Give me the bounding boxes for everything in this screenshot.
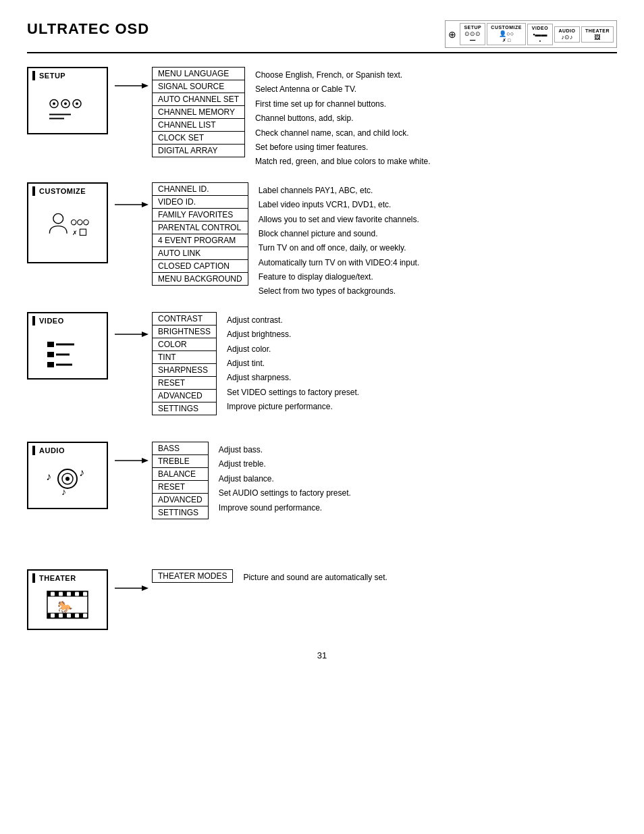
menu-item: AUTO LINK bbox=[153, 246, 248, 259]
theater-descriptions: Picture and sound are automatically set. bbox=[243, 569, 387, 584]
menu-item: BRIGHTNESS bbox=[153, 325, 217, 338]
description-item: Adjust sharpness. bbox=[227, 371, 359, 384]
video-arrow bbox=[115, 312, 149, 340]
menu-item: CHANNEL LIST bbox=[153, 119, 245, 132]
description-item: Picture and sound are automatically set. bbox=[243, 571, 387, 584]
description-item: Set VIDEO settings to factory preset. bbox=[227, 386, 359, 399]
nav-video: VIDEO ▪▬▬ ▪ bbox=[527, 24, 553, 45]
video-icon-box: VIDEO bbox=[27, 312, 108, 380]
audio-icon-box: AUDIO ♪ ♪ ♪ bbox=[27, 442, 108, 509]
menu-item: MENU LANGUAGE bbox=[153, 68, 245, 80]
svg-marker-25 bbox=[142, 332, 149, 337]
menu-item: MENU BACKGROUND bbox=[153, 272, 248, 285]
description-item: Set AUDIO settings to factory preset. bbox=[219, 486, 351, 500]
svg-text:♪: ♪ bbox=[79, 467, 84, 478]
description-item: Check channel name, scan, and child lock… bbox=[255, 126, 430, 140]
customize-menu-table: CHANNEL ID.VIDEO ID.FAMILY FAVORITESPARE… bbox=[152, 182, 248, 286]
description-item: First time set up for channel buttons. bbox=[255, 97, 430, 111]
nav-audio: AUDIO ♪⊙♪ bbox=[554, 26, 580, 43]
svg-rect-36 bbox=[51, 592, 55, 596]
description-item: Select from two types of backgrounds. bbox=[259, 284, 420, 298]
description-item: Block channel picture and sound. bbox=[259, 227, 420, 240]
description-item: Automatically turn TV on with VIDEO:4 in… bbox=[259, 256, 420, 269]
menu-item: ADVANCED bbox=[153, 493, 209, 506]
svg-point-5 bbox=[76, 102, 78, 105]
svg-point-12 bbox=[78, 220, 82, 225]
description-item: Select Antenna or Cable TV. bbox=[255, 82, 430, 96]
theater-label-bar bbox=[32, 573, 35, 583]
nav-customize: CUSTOMIZE 👤○○ ✗ □ bbox=[487, 23, 526, 45]
audio-section: AUDIO ♪ ♪ ♪ bbox=[27, 442, 617, 529]
description-item: Set before using timer features. bbox=[255, 140, 430, 154]
svg-rect-39 bbox=[75, 592, 79, 596]
svg-rect-45 bbox=[75, 613, 79, 617]
svg-text:🐎: 🐎 bbox=[57, 599, 73, 614]
svg-text:♪: ♪ bbox=[61, 486, 66, 497]
menu-item: SETTINGS bbox=[153, 402, 217, 415]
video-section: VIDEO bbox=[27, 312, 617, 428]
menu-item: PARENTAL CONTROL bbox=[153, 221, 248, 234]
setup-label-bar bbox=[32, 71, 35, 80]
description-item: Feature to display dialogue/text. bbox=[259, 270, 420, 284]
page-title: ULTRATEC OSD bbox=[27, 20, 149, 38]
svg-rect-15 bbox=[80, 229, 86, 235]
audio-icon: ♪ ♪ ♪ bbox=[32, 455, 103, 505]
description-item: Adjust bass. bbox=[219, 443, 351, 457]
description-item: Allows you to set and view favorite chan… bbox=[259, 213, 420, 226]
menu-item: RESET bbox=[153, 480, 209, 493]
page-header: ULTRATEC OSD ⊕ SETUP ⊙⊙⊙ ━━ CUSTOMIZE 👤○… bbox=[27, 20, 617, 53]
sections-container: SETUP bbox=[27, 67, 617, 630]
menu-item: CLOCK SET bbox=[153, 132, 245, 145]
customize-section: CUSTOMIZE ✗ bbox=[27, 182, 617, 298]
description-item: Label video inputs VCR1, DVD1, etc. bbox=[259, 198, 420, 211]
menu-item: CONTRAST bbox=[153, 312, 217, 325]
theater-icon: 🐎 bbox=[32, 583, 103, 626]
svg-rect-22 bbox=[47, 362, 54, 367]
svg-point-11 bbox=[72, 220, 76, 225]
svg-point-29 bbox=[65, 477, 70, 481]
description-item: Improve sound performance. bbox=[219, 501, 351, 515]
description-item: Improve picture performance. bbox=[227, 400, 359, 413]
menu-item: SHARPNESS bbox=[153, 363, 217, 376]
svg-rect-18 bbox=[47, 342, 54, 347]
video-menu-table: CONTRASTBRIGHTNESSCOLORTINTSHARPNESSRESE… bbox=[152, 312, 217, 415]
description-item: Adjust brightness. bbox=[227, 328, 359, 341]
svg-marker-17 bbox=[142, 202, 149, 207]
description-item: Adjust contrast. bbox=[227, 313, 359, 327]
nav-theater: THEATER 🖼 bbox=[581, 26, 614, 43]
menu-item: TINT bbox=[153, 350, 217, 363]
theater-arrow bbox=[115, 569, 149, 594]
customize-arrow bbox=[115, 182, 149, 210]
description-item: Choose English, French, or Spanish text. bbox=[255, 68, 430, 82]
menu-item: BASS bbox=[153, 442, 209, 454]
menu-item: TREBLE bbox=[153, 454, 209, 467]
description-item: Match red, green, and blue colors to mak… bbox=[255, 155, 430, 168]
customize-icon-box: CUSTOMIZE ✗ bbox=[27, 182, 108, 263]
theater-label: THEATER bbox=[39, 574, 76, 582]
theater-section: THEATER bbox=[27, 569, 617, 630]
menu-item: CHANNEL MEMORY bbox=[153, 106, 245, 119]
menu-item: RESET bbox=[153, 376, 217, 389]
setup-descriptions: Choose English, French, or Spanish text.… bbox=[255, 67, 430, 169]
audio-descriptions: Adjust bass.Adjust treble.Adjust balance… bbox=[219, 442, 351, 529]
video-label-bar bbox=[32, 316, 35, 325]
svg-point-10 bbox=[53, 214, 63, 224]
svg-point-1 bbox=[53, 102, 55, 105]
menu-item: FAMILY FAVORITES bbox=[153, 208, 248, 221]
setup-arrow bbox=[115, 67, 149, 91]
description-item bbox=[227, 415, 359, 428]
svg-point-3 bbox=[64, 102, 67, 105]
video-icon bbox=[32, 325, 103, 375]
description-item: Adjust color. bbox=[227, 342, 359, 356]
svg-marker-49 bbox=[142, 585, 149, 591]
setup-section: SETUP bbox=[27, 67, 617, 169]
description-item: Adjust tint. bbox=[227, 357, 359, 370]
menu-item: CHANNEL ID. bbox=[153, 182, 248, 195]
svg-marker-33 bbox=[142, 458, 149, 463]
svg-marker-9 bbox=[142, 83, 149, 88]
nav-arrow-icon: ⊕ bbox=[448, 29, 456, 40]
audio-label: AUDIO bbox=[39, 446, 65, 454]
setup-icon bbox=[32, 80, 103, 130]
svg-rect-37 bbox=[59, 592, 63, 596]
customize-descriptions: Label channels PAY1, ABC, etc.Label vide… bbox=[259, 182, 420, 298]
